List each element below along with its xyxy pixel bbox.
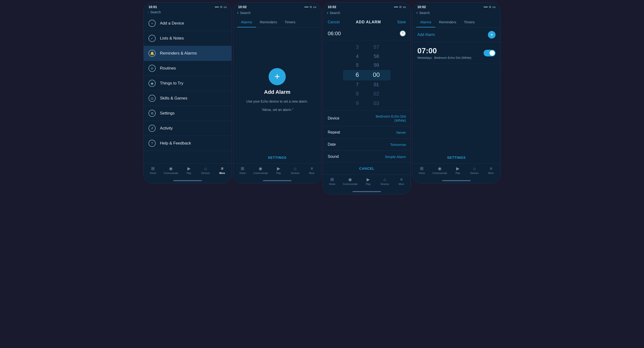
- add-alarm-row-4[interactable]: Add Alarm +: [412, 28, 500, 42]
- back-button-2[interactable]: ‹: [237, 10, 238, 15]
- menu-item-things-to-try[interactable]: ◉ Things to Try: [144, 76, 232, 91]
- home-bar-4: [442, 180, 471, 181]
- play-tab-icon-4: ▶: [456, 166, 460, 171]
- menu-item-reminders-alarms[interactable]: 🔔 Reminders & Alarms: [144, 46, 232, 61]
- alarm-row-sound-3[interactable]: Sound Simple Alarm: [323, 151, 411, 163]
- search-label-4[interactable]: Search: [419, 11, 430, 15]
- tab-play-3[interactable]: ▶ Play: [362, 177, 374, 185]
- alarm-date-label-3: Date: [328, 142, 336, 147]
- clock-icon-3: 🕐: [400, 30, 406, 37]
- add-device-icon: +: [148, 20, 156, 27]
- tab-devices-3[interactable]: ⌂ Devices: [379, 177, 391, 185]
- back-button-3[interactable]: ‹: [327, 10, 328, 15]
- home-tab-label-2: Home: [239, 172, 246, 174]
- alarm-row-device-3[interactable]: Device Bedroom Echo Dot(White): [323, 110, 411, 126]
- menu-item-settings[interactable]: ⚙ Settings: [144, 106, 232, 121]
- more-tab-icon-4: ≡: [490, 166, 492, 171]
- menu-item-lists-notes-label: Lists & Notes: [160, 36, 184, 41]
- menu-item-settings-label: Settings: [160, 111, 174, 116]
- tab-more-4[interactable]: ≡ More: [485, 166, 497, 174]
- tab-home-1[interactable]: ⊞ Home: [147, 166, 159, 174]
- search-bar-4[interactable]: ‹ Search: [412, 10, 500, 17]
- hours-picker-col-3[interactable]: 3 4 5 6 7 8 9: [348, 43, 367, 108]
- tab-devices-4[interactable]: ⌂ Devices: [468, 166, 480, 174]
- play-tab-label-4: Play: [456, 172, 460, 174]
- tab-devices-2[interactable]: ⌂ Devices: [289, 166, 301, 174]
- menu-item-add-device-label: Add a Device: [160, 21, 184, 26]
- routines-icon: ⊘: [148, 65, 156, 72]
- menu-item-routines[interactable]: ⊘ Routines: [144, 61, 232, 76]
- tab-home-3[interactable]: ⊞ Home: [326, 177, 338, 185]
- tab-communicate-1[interactable]: ◉ Communicate: [164, 166, 178, 174]
- alarm-entry-0-4[interactable]: 07:00 Weekdays · Bedroom Echo Dot (White…: [412, 42, 500, 64]
- cancel-bottom-button-3[interactable]: CANCEL: [323, 163, 411, 174]
- tab-communicate-4[interactable]: ◉ Communicate: [432, 166, 447, 174]
- tab-more-2[interactable]: ≡ More: [306, 166, 318, 174]
- tab-timers-4[interactable]: Timers: [460, 17, 478, 27]
- hour-8: 8: [348, 89, 367, 98]
- add-alarm-plus-button-2[interactable]: +: [268, 68, 286, 85]
- devices-tab-label-1: Devices: [202, 172, 210, 174]
- menu-item-activity[interactable]: ↺ Activity: [144, 121, 232, 136]
- settings-link-4[interactable]: SETTINGS: [412, 152, 500, 163]
- cancel-button-3[interactable]: Cancel: [328, 20, 340, 24]
- alarm-sound-label-3: Sound: [328, 155, 339, 159]
- home-indicator-3: [323, 189, 411, 194]
- tab-play-4[interactable]: ▶ Play: [452, 166, 464, 174]
- menu-item-lists-notes[interactable]: ✓ Lists & Notes: [144, 31, 232, 46]
- menu-item-help-feedback[interactable]: ? Help & Feedback: [144, 136, 232, 151]
- status-time-4: 10:02: [417, 5, 426, 9]
- search-label-1[interactable]: Search: [150, 10, 161, 14]
- min-59: 59: [367, 61, 386, 69]
- tab-play-2[interactable]: ▶ Play: [273, 166, 284, 174]
- hour-4: 4: [348, 52, 367, 60]
- search-bar-1[interactable]: ↑ Search: [144, 10, 232, 16]
- search-label-2[interactable]: Search: [240, 11, 250, 15]
- hour-6: 6: [348, 70, 367, 80]
- menu-item-skills-games[interactable]: ◎ Skills & Games: [144, 91, 232, 106]
- tab-home-4[interactable]: ⊞ Home: [416, 166, 428, 174]
- min-00: 00: [367, 70, 386, 80]
- battery-icon-1: ▭: [224, 5, 227, 9]
- alarm-toggle-4[interactable]: [484, 50, 496, 56]
- alarm-row-date-3[interactable]: Date Tomorrow: [323, 139, 411, 151]
- tab-communicate-3[interactable]: ◉ Communicate: [343, 177, 358, 185]
- back-button-4[interactable]: ‹: [416, 10, 418, 15]
- search-bar-3[interactable]: ‹ Search: [323, 10, 411, 17]
- status-time-3: 10:02: [328, 5, 336, 9]
- tab-communicate-2[interactable]: ◉ Communicate: [253, 166, 268, 174]
- tab-alarms-2[interactable]: Alarms: [237, 17, 256, 27]
- save-button-3[interactable]: Save: [397, 20, 406, 24]
- play-tab-icon-2: ▶: [277, 166, 280, 171]
- tab-alarms-4[interactable]: Alarms: [416, 17, 435, 27]
- status-time-2: 10:02: [238, 5, 247, 9]
- time-picker-3[interactable]: 3 4 5 6 7 8 9 57 58 59 00 01 02 03: [323, 40, 411, 110]
- tab-play-1[interactable]: ▶ Play: [183, 166, 195, 174]
- tab-more-3[interactable]: ≡ More: [396, 177, 407, 185]
- tab-timers-2[interactable]: Timers: [281, 17, 299, 27]
- settings-link-2[interactable]: SETTINGS: [233, 152, 321, 163]
- tab-more-1[interactable]: ≡ More: [216, 166, 228, 174]
- alarm-row-repeat-3[interactable]: Repeat Never: [323, 126, 411, 139]
- play-tab-label-2: Play: [276, 172, 281, 174]
- tab-bar-3: ⊞ Home ◉ Communicate ▶ Play ⌂ Devices ≡ …: [323, 174, 411, 189]
- signal-icon-1: ▪▪▪▪: [215, 5, 219, 8]
- signal-icon-2: ▪▪▪▪: [304, 5, 308, 8]
- menu-item-add-device[interactable]: + Add a Device: [144, 16, 232, 31]
- tab-devices-1[interactable]: ⌂ Devices: [200, 166, 212, 174]
- devices-tab-icon-4: ⌂: [473, 166, 476, 171]
- add-alarm-desc-2: Use your Echo device to set a new alarm.: [246, 99, 308, 104]
- tab-reminders-4[interactable]: Reminders: [435, 17, 460, 27]
- home-indicator-4: [412, 178, 500, 183]
- menu-item-activity-label: Activity: [160, 126, 173, 131]
- minutes-picker-col-3[interactable]: 57 58 59 00 01 02 03: [367, 43, 386, 108]
- more-tab-icon-1: ≡: [221, 166, 224, 171]
- search-bar-2[interactable]: ‹ Search: [233, 10, 321, 17]
- lists-notes-icon: ✓: [148, 35, 156, 42]
- tab-reminders-2[interactable]: Reminders: [256, 17, 281, 27]
- tab-home-2[interactable]: ⊞ Home: [237, 166, 248, 174]
- communicate-tab-label-3: Communicate: [343, 183, 358, 185]
- add-alarm-plus-4[interactable]: +: [488, 31, 496, 38]
- search-label-3[interactable]: Search: [330, 11, 340, 15]
- home-bar-1: [173, 180, 202, 181]
